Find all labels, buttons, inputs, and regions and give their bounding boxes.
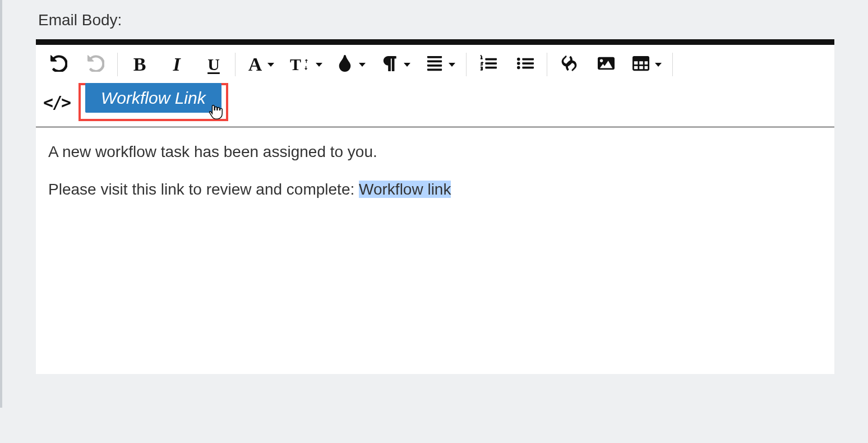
pilcrow-icon xyxy=(381,55,398,74)
unordered-list-button[interactable] xyxy=(507,47,544,82)
image-icon xyxy=(598,55,615,74)
italic-button[interactable]: I xyxy=(158,47,195,82)
body-paragraph-2: Please visit this link to review and com… xyxy=(48,178,822,201)
align-icon xyxy=(426,55,443,74)
chevron-down-icon xyxy=(316,63,322,67)
rich-text-editor: B I U A T xyxy=(36,39,834,374)
callout-highlight: Workflow Link xyxy=(79,83,228,121)
tint-icon xyxy=(336,55,353,74)
italic-icon: I xyxy=(173,54,180,75)
table-icon xyxy=(632,55,649,74)
undo-button[interactable] xyxy=(40,47,77,82)
workflow-link-label: Workflow Link xyxy=(101,89,206,107)
editor-toolbar: B I U A T xyxy=(36,45,834,127)
font-icon: A xyxy=(248,54,262,75)
chevron-down-icon xyxy=(359,63,366,67)
align-dropdown[interactable] xyxy=(418,47,463,82)
insert-link-button[interactable] xyxy=(551,47,588,82)
chevron-down-icon xyxy=(404,63,410,67)
bold-icon: B xyxy=(133,54,146,75)
body-line2-prefix: Please visit this link to review and com… xyxy=(48,181,359,198)
underline-icon: U xyxy=(207,55,220,74)
body-paragraph-1: A new workflow task has been assigned to… xyxy=(48,141,822,164)
text-color-dropdown[interactable] xyxy=(329,47,373,82)
ordered-list-button[interactable] xyxy=(470,47,507,82)
field-label: Email Body: xyxy=(38,11,834,29)
workflow-link-placeholder: Workflow link xyxy=(359,181,451,198)
paragraph-format-dropdown[interactable] xyxy=(373,47,418,82)
font-size-dropdown[interactable]: T xyxy=(284,47,329,82)
chevron-down-icon xyxy=(449,63,455,67)
font-family-dropdown[interactable]: A xyxy=(239,47,284,82)
font-size-icon: T xyxy=(290,55,310,74)
underline-button[interactable]: U xyxy=(195,47,232,82)
editor-content-area[interactable]: A new workflow task has been assigned to… xyxy=(36,127,834,374)
link-icon xyxy=(561,55,578,74)
list-ol-icon xyxy=(480,55,497,74)
pointer-cursor-icon xyxy=(207,103,224,122)
code-icon: </> xyxy=(43,93,70,112)
insert-image-button[interactable] xyxy=(588,47,625,82)
chevron-down-icon xyxy=(655,63,662,67)
workflow-link-button[interactable]: Workflow Link xyxy=(85,83,221,113)
list-ul-icon xyxy=(517,55,534,74)
chevron-down-icon xyxy=(267,63,274,67)
redo-icon xyxy=(87,55,104,74)
insert-table-dropdown[interactable] xyxy=(625,47,670,82)
code-view-button[interactable]: </> xyxy=(43,85,71,119)
undo-icon xyxy=(50,55,67,74)
redo-button[interactable] xyxy=(77,47,114,82)
bold-button[interactable]: B xyxy=(121,47,158,82)
